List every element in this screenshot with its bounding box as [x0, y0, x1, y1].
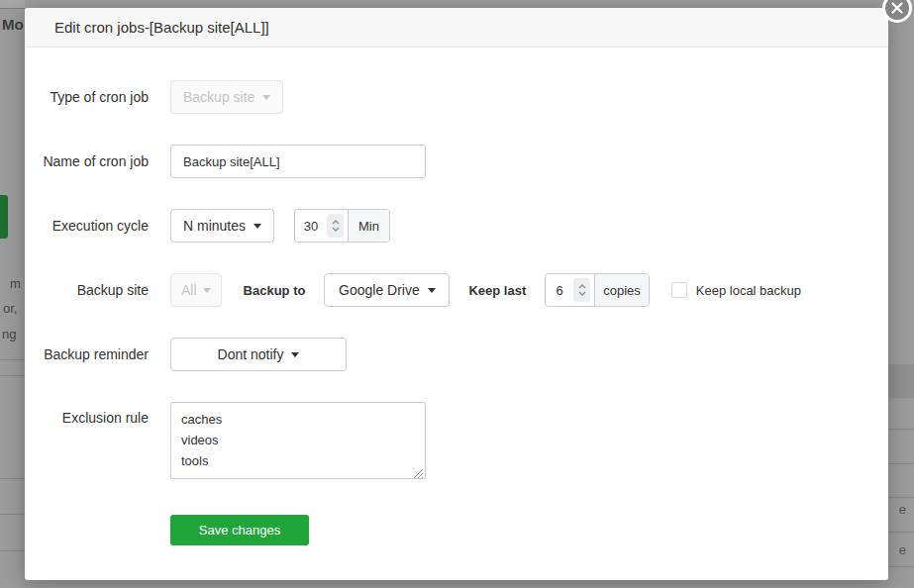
exclusion-rule-label: Exclusion rule: [35, 402, 149, 426]
backup-to-label: Backup to: [244, 283, 306, 298]
name-of-cron-job-label: Name of cron job: [35, 153, 149, 169]
backup-site-label: Backup site: [35, 282, 149, 298]
backup-reminder-value: Dont notify: [218, 346, 284, 362]
backup-reminder-label: Backup reminder: [35, 346, 149, 362]
dialog-header: Edit cron jobs-[Backup site[ALL]]: [25, 8, 888, 48]
copies-group: copies: [545, 273, 650, 307]
background-green-button-fragment: [0, 195, 8, 239]
backup-site-select: All: [170, 273, 222, 307]
copies-input[interactable]: [546, 282, 573, 299]
type-of-cron-job-label: Type of cron job: [35, 89, 149, 105]
background-divider: [888, 497, 914, 498]
copies-wrap: [546, 274, 594, 306]
backup-destination-value: Google Drive: [339, 282, 420, 298]
backup-reminder-select[interactable]: Dont notify: [170, 338, 347, 371]
cycle-period-value: N minutes: [183, 218, 246, 234]
execution-cycle-row: Execution cycle N minutes Min: [35, 209, 859, 243]
caret-down-icon: [254, 224, 261, 229]
keep-local-backup-label: Keep local backup: [696, 283, 801, 298]
background-text-fragment: m: [10, 276, 21, 291]
caret-down-icon: [291, 352, 299, 357]
background-text-fragment: or,: [3, 301, 17, 316]
keep-last-label: Keep last: [468, 283, 526, 298]
caret-down-icon: [428, 288, 436, 293]
dialog-body: Type of cron job Backup site Name of cro…: [25, 48, 888, 545]
save-changes-button[interactable]: Save changes: [170, 515, 309, 545]
caret-down-icon: [262, 95, 270, 100]
backup-destination-select[interactable]: Google Drive: [324, 273, 450, 307]
background-divider: [0, 550, 25, 551]
copies-unit-addon: copies: [594, 274, 649, 306]
keep-local-backup-option[interactable]: Keep local backup: [671, 282, 801, 298]
cycle-interval-wrap: [295, 210, 348, 242]
backup-site-value: All: [181, 282, 197, 298]
background-topbar-fragment: [0, 0, 25, 9]
background-text-fragment: ng: [2, 327, 16, 342]
exclusion-rule-row: Exclusion rule caches videos tools: [35, 402, 859, 479]
background-divider: [888, 532, 914, 533]
edit-cron-job-dialog: Edit cron jobs-[Backup site[ALL]] Type o…: [25, 8, 888, 580]
background-divider: [888, 566, 914, 567]
cron-type-select: Backup site: [170, 80, 283, 114]
exclusion-rule-wrap: caches videos tools: [170, 402, 426, 479]
cycle-unit-addon: Min: [348, 210, 389, 242]
keep-local-backup-checkbox[interactable]: [671, 282, 687, 298]
caret-down-icon: [203, 288, 211, 293]
cron-name-input[interactable]: [170, 145, 426, 178]
chevron-up-down-icon: [577, 282, 587, 298]
background-text-fragment: Mo: [2, 16, 24, 33]
number-stepper[interactable]: [573, 278, 590, 302]
background-divider: [0, 478, 25, 479]
background-divider: [0, 514, 25, 515]
background-text-fragment: e: [899, 542, 906, 557]
resize-handle-icon[interactable]: [413, 465, 424, 476]
background-band-fragment: [888, 364, 914, 398]
number-stepper[interactable]: [327, 214, 344, 238]
cycle-interval-input[interactable]: [295, 218, 327, 235]
name-of-cron-job-row: Name of cron job: [35, 145, 859, 178]
execution-cycle-label: Execution cycle: [35, 218, 149, 234]
background-divider: [0, 375, 25, 376]
backup-site-row: Backup site All Backup to Google Drive K…: [35, 273, 859, 307]
background-divider: [888, 463, 914, 464]
cycle-interval-group: Min: [294, 209, 390, 243]
chevron-up-down-icon: [331, 218, 341, 234]
background-divider: [888, 429, 914, 430]
dialog-title: Edit cron jobs-[Backup site[ALL]]: [54, 19, 269, 36]
backup-reminder-row: Backup reminder Dont notify: [35, 338, 859, 371]
cycle-period-select[interactable]: N minutes: [170, 209, 274, 243]
exclusion-rule-textarea[interactable]: caches videos tools: [170, 402, 426, 479]
cron-type-value: Backup site: [183, 89, 254, 105]
type-of-cron-job-row: Type of cron job Backup site: [35, 80, 859, 114]
background-divider: [0, 359, 25, 360]
close-icon: [890, 1, 904, 15]
background-text-fragment: e: [899, 502, 906, 517]
